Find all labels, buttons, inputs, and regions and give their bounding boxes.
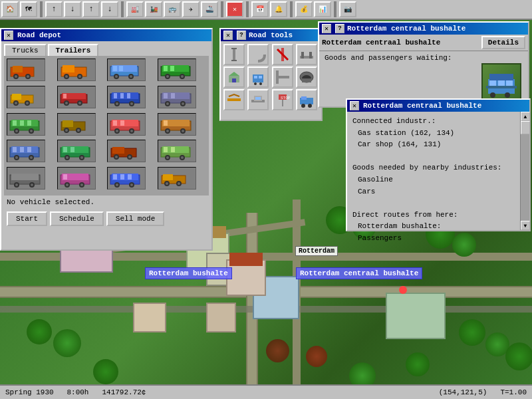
vehicle-slot-15[interactable] bbox=[107, 140, 146, 162]
vehicle-slot-14[interactable] bbox=[57, 140, 96, 162]
vehicle-icon-20 bbox=[160, 169, 194, 188]
vehicle-slot-16[interactable] bbox=[158, 140, 196, 162]
tool-btn-1[interactable] bbox=[223, 44, 245, 65]
road-depot-close[interactable]: ✕ bbox=[4, 31, 13, 40]
tool-btn-6[interactable] bbox=[247, 66, 269, 88]
svg-point-162 bbox=[259, 82, 262, 85]
toolbar-btn-bus[interactable]: 🚌 bbox=[164, 1, 181, 17]
vehicle-slot-8[interactable] bbox=[158, 86, 196, 108]
svg-point-57 bbox=[182, 102, 184, 105]
tab-trucks[interactable]: Trucks bbox=[4, 44, 47, 56]
svg-rect-45 bbox=[127, 93, 130, 98]
toolbar-btn-bell[interactable]: 🔔 bbox=[270, 1, 287, 17]
tool-btn-10[interactable] bbox=[247, 89, 269, 110]
toolbar-btn-plane[interactable]: ✈ bbox=[182, 1, 200, 17]
svg-rect-22 bbox=[164, 66, 168, 71]
toolbar-btn-close[interactable]: ✕ bbox=[226, 1, 243, 17]
tool-btn-4[interactable] bbox=[296, 44, 317, 65]
toolbar-btn-camera[interactable]: 📷 bbox=[339, 1, 356, 17]
svg-rect-68 bbox=[63, 120, 73, 127]
tool-btn-8[interactable] bbox=[296, 66, 317, 88]
svg-rect-142 bbox=[163, 174, 173, 180]
vehicle-slot-13[interactable] bbox=[7, 140, 45, 162]
svg-point-102 bbox=[66, 156, 68, 159]
vehicle-slot-12[interactable] bbox=[158, 113, 196, 136]
vehicle-slot-3[interactable] bbox=[107, 59, 146, 81]
rotterdam-main-help[interactable]: ? bbox=[335, 24, 344, 33]
schedule-button[interactable]: Schedule bbox=[50, 211, 104, 226]
tool-btn-7[interactable] bbox=[272, 66, 293, 88]
vehicle-slot-2[interactable] bbox=[57, 59, 96, 81]
tool-btn-9[interactable] bbox=[223, 89, 245, 110]
svg-rect-134 bbox=[113, 174, 117, 180]
rotterdam-info-close[interactable]: ✕ bbox=[350, 101, 359, 110]
toolbar-btn-calendar[interactable]: 📅 bbox=[251, 1, 269, 17]
vehicle-slot-10[interactable] bbox=[57, 113, 96, 136]
svg-rect-100 bbox=[70, 147, 74, 152]
vehicle-icon-14 bbox=[60, 142, 93, 160]
svg-rect-153 bbox=[301, 52, 304, 59]
svg-rect-147 bbox=[233, 48, 235, 61]
bridge-icon bbox=[299, 47, 315, 63]
vehicle-icon-4 bbox=[160, 61, 194, 79]
svg-rect-149 bbox=[231, 60, 237, 61]
tab-trailers[interactable]: Trailers bbox=[48, 44, 99, 56]
svg-point-38 bbox=[65, 102, 68, 104]
toolbar-btn-ship[interactable]: 🚢 bbox=[201, 1, 218, 17]
toolbar-btn-down1[interactable]: ↓ bbox=[64, 1, 81, 17]
rotterdam-info-window: ✕ Rotterdam centraal bushalte Connected … bbox=[346, 98, 531, 231]
svg-rect-1 bbox=[13, 66, 23, 72]
start-button[interactable]: Start bbox=[7, 211, 47, 226]
svg-point-70 bbox=[65, 129, 68, 132]
svg-rect-179 bbox=[301, 96, 307, 100]
vehicle-slot-19[interactable] bbox=[107, 167, 146, 190]
svg-point-27 bbox=[181, 75, 184, 78]
vehicle-slot-18[interactable] bbox=[57, 167, 96, 190]
tool-btn-5[interactable] bbox=[223, 66, 245, 88]
rotterdam-info-titlebar: ✕ Rotterdam centraal bushalte bbox=[347, 100, 529, 112]
vehicle-slot-1[interactable] bbox=[7, 59, 45, 81]
vehicle-slot-5[interactable] bbox=[7, 86, 45, 108]
tool-btn-11[interactable]: STOP bbox=[272, 89, 293, 110]
scroll-thumb[interactable] bbox=[521, 121, 530, 134]
vehicle-slot-9[interactable] bbox=[7, 113, 45, 136]
vehicle-slot-4[interactable] bbox=[158, 59, 196, 81]
svg-rect-92 bbox=[27, 147, 31, 152]
scroll-track[interactable] bbox=[521, 121, 529, 221]
vehicle-slot-7[interactable] bbox=[107, 86, 146, 108]
tool-btn-2[interactable] bbox=[247, 44, 269, 65]
svg-point-11 bbox=[78, 75, 81, 78]
svg-point-49 bbox=[130, 102, 133, 105]
details-button[interactable]: Details bbox=[481, 36, 525, 49]
svg-rect-167 bbox=[302, 78, 311, 82]
sell-mode-button[interactable]: Sell mode bbox=[106, 211, 164, 226]
tool-btn-3[interactable] bbox=[272, 44, 293, 65]
vehicle-slot-20[interactable] bbox=[158, 167, 196, 190]
goods-label: Goods and passengers waiting: bbox=[325, 54, 523, 62]
toolbar-btn-up2[interactable]: ↑ bbox=[82, 1, 100, 17]
vehicle-slot-6[interactable] bbox=[57, 86, 96, 108]
toolbar-btn-industry[interactable]: 🏭 bbox=[126, 1, 144, 17]
toolbar-btn-money[interactable]: 💰 bbox=[295, 1, 313, 17]
toolbar-btn-home[interactable]: 🏠 bbox=[1, 1, 19, 17]
vehicle-slot-17[interactable] bbox=[7, 167, 45, 190]
svg-point-78 bbox=[116, 130, 118, 132]
rotterdam-main-close[interactable]: ✕ bbox=[322, 24, 331, 33]
vehicle-icon-1 bbox=[9, 61, 43, 79]
road-tools-help[interactable]: ? bbox=[237, 31, 246, 40]
tool-btn-12[interactable] bbox=[296, 89, 317, 110]
toolbar-btn-up1[interactable]: ↑ bbox=[45, 1, 63, 17]
convert-road-icon bbox=[226, 92, 242, 108]
toolbar-btn-chart[interactable]: 📊 bbox=[314, 1, 331, 17]
svg-rect-168 bbox=[227, 98, 241, 101]
toolbar-btn-map[interactable]: 🗺 bbox=[20, 1, 37, 17]
svg-rect-91 bbox=[20, 147, 24, 152]
road-tools-close[interactable]: ✕ bbox=[223, 31, 233, 40]
toolbar-sep-1 bbox=[40, 1, 43, 17]
toolbar-btn-train[interactable]: 🚂 bbox=[145, 1, 162, 17]
scroll-up[interactable]: ▲ bbox=[521, 112, 530, 121]
toolbar-btn-down2[interactable]: ↓ bbox=[101, 1, 118, 17]
scroll-down[interactable]: ▼ bbox=[521, 221, 530, 230]
svg-rect-186 bbox=[489, 74, 513, 80]
vehicle-slot-11[interactable] bbox=[107, 113, 146, 136]
